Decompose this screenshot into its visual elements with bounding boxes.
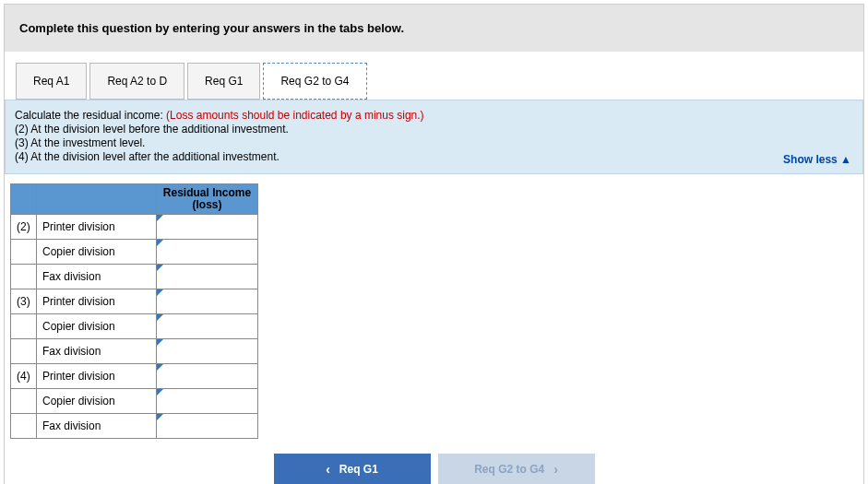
chevron-up-icon: ▲ (840, 153, 851, 166)
row-group-num (11, 414, 37, 439)
row-label: Fax division (37, 414, 157, 439)
tab-req-g2-to-g4[interactable]: Req G2 to G4 (263, 63, 366, 100)
row-label: Copier division (37, 240, 157, 265)
instruction-header: Complete this question by entering your … (5, 5, 863, 52)
value-input[interactable] (162, 218, 252, 236)
row-label: Fax division (37, 339, 157, 364)
table-row: Copier division (11, 389, 258, 414)
table-row: (3) Printer division (11, 289, 258, 314)
row-label: Copier division (37, 314, 157, 339)
row-group-num: (3) (11, 289, 37, 314)
table-row: (4) Printer division (11, 364, 258, 389)
col-head-blank-1 (11, 184, 37, 215)
col-head-label: Residual Income (loss) (163, 186, 251, 211)
value-input[interactable] (162, 367, 252, 385)
cell-marker-icon (157, 339, 163, 346)
tab-req-a1[interactable]: Req A1 (16, 63, 87, 100)
prompt-line-2: (2) At the division level before the add… (15, 123, 853, 136)
next-label: Req G2 to G4 (474, 463, 544, 476)
row-group-num (11, 314, 37, 339)
table-row: Fax division (11, 339, 258, 364)
value-input[interactable] (162, 292, 252, 311)
show-less-label: Show less (783, 153, 838, 166)
answer-table: Residual Income (loss) (2) Printer divis… (10, 183, 258, 439)
prompt-panel: Calculate the residual income: (Loss amo… (5, 100, 863, 174)
row-input-cell[interactable] (157, 414, 258, 439)
cell-marker-icon (157, 364, 163, 371)
question-container: Complete this question by entering your … (4, 4, 864, 484)
prompt-line-4: (4) At the division level after the addi… (15, 150, 853, 163)
next-button[interactable]: Req G2 to G4 › (438, 454, 595, 484)
chevron-left-icon: ‹ (326, 462, 330, 477)
tab-label: Req G2 to G4 (280, 75, 349, 88)
row-group-num: (4) (11, 364, 37, 389)
cell-marker-icon (157, 314, 163, 321)
prompt-hint: (Loss amounts should be indicated by a m… (166, 109, 424, 122)
value-input[interactable] (162, 267, 252, 286)
cell-marker-icon (157, 414, 163, 420)
row-group-num (11, 265, 37, 289)
tab-req-a2-to-d[interactable]: Req A2 to D (89, 63, 184, 100)
row-input-cell[interactable] (157, 289, 258, 314)
cell-marker-icon (157, 265, 163, 271)
value-input[interactable] (162, 417, 252, 435)
value-input[interactable] (162, 392, 252, 410)
prompt-line-3: (3) At the investment level. (15, 136, 853, 149)
cell-marker-icon (157, 240, 163, 246)
tab-label: Req G1 (205, 75, 243, 88)
prompt-line-intro: Calculate the residual income: (Loss amo… (15, 109, 853, 122)
value-input[interactable] (162, 342, 252, 360)
answer-table-wrap: Residual Income (loss) (2) Printer divis… (5, 174, 863, 439)
row-group-num: (2) (11, 215, 37, 240)
row-group-num (11, 339, 37, 364)
row-label: Copier division (37, 389, 157, 414)
row-input-cell[interactable] (157, 240, 258, 265)
row-label: Printer division (37, 215, 157, 240)
row-input-cell[interactable] (157, 389, 258, 414)
table-row: Fax division (11, 265, 258, 289)
row-input-cell[interactable] (157, 215, 258, 240)
tabs-row: Req A1 Req A2 to D Req G1 Req G2 to G4 (5, 52, 863, 100)
table-row: Fax division (11, 414, 258, 439)
col-head-residual: Residual Income (loss) (157, 184, 258, 215)
prev-button[interactable]: ‹ Req G1 (274, 454, 431, 484)
cell-marker-icon (157, 215, 163, 221)
row-group-num (11, 240, 37, 265)
cell-marker-icon (157, 389, 163, 395)
value-input[interactable] (162, 317, 252, 336)
tab-req-g1[interactable]: Req G1 (187, 63, 260, 100)
cell-marker-icon (157, 289, 163, 296)
tab-label: Req A2 to D (107, 75, 167, 88)
tab-label: Req A1 (33, 75, 69, 88)
table-row: (2) Printer division (11, 215, 258, 240)
instruction-text: Complete this question by entering your … (19, 21, 404, 35)
row-input-cell[interactable] (157, 314, 258, 339)
row-label: Fax division (37, 265, 157, 289)
show-less-toggle[interactable]: Show less ▲ (783, 153, 851, 166)
footer-nav: ‹ Req G1 Req G2 to G4 › (5, 439, 863, 484)
row-label: Printer division (37, 364, 157, 389)
chevron-right-icon: › (553, 462, 558, 477)
row-group-num (11, 389, 37, 414)
prompt-intro: Calculate the residual income: (15, 109, 166, 122)
row-label: Printer division (37, 289, 157, 314)
row-input-cell[interactable] (157, 339, 258, 364)
table-row: Copier division (11, 240, 258, 265)
col-head-blank-2 (37, 184, 157, 215)
table-row: Copier division (11, 314, 258, 339)
value-input[interactable] (162, 242, 252, 261)
row-input-cell[interactable] (157, 265, 258, 289)
row-input-cell[interactable] (157, 364, 258, 389)
prev-label: Req G1 (339, 463, 378, 476)
answer-table-body: (2) Printer division Copier division Fax… (11, 215, 258, 439)
